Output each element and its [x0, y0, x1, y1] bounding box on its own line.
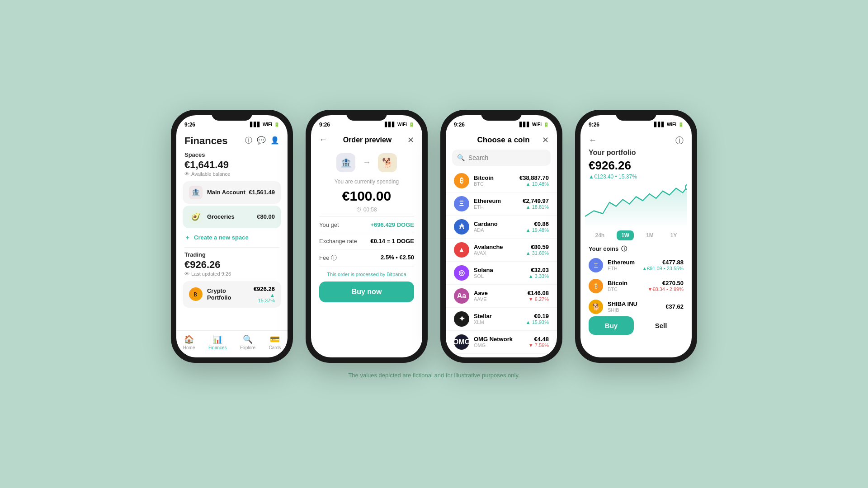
- phone-inner-1: 9:26 ▋▋▋ WiFi 🔋 Finances ⓘ 💬 👤 Space: [176, 115, 288, 357]
- tab-1y[interactable]: 1Y: [666, 230, 682, 240]
- crypto-portfolio-name: Crypto Portfolio: [207, 287, 252, 301]
- status-icons-2: ▋▋▋ WiFi 🔋: [385, 122, 414, 127]
- plus-icon: ＋: [184, 234, 190, 242]
- p1-header: Finances ⓘ 💬 👤: [176, 131, 288, 150]
- avax-icon: ▲: [454, 242, 469, 258]
- omg-icon: OMG: [454, 334, 469, 350]
- phone-notch-1: [212, 110, 252, 121]
- p4-eth-icon: Ξ: [589, 258, 603, 272]
- exchange-row: Exchange rate €0.14 = 1 DOGE: [311, 233, 422, 249]
- order-timer: ⏱ 00:58: [311, 206, 422, 216]
- grocery-name: Groceries: [207, 213, 235, 220]
- nav-explore[interactable]: 🔍 Explore: [240, 334, 255, 350]
- groceries-card[interactable]: 🥑 Groceries €80.00: [183, 206, 281, 228]
- tab-1w[interactable]: 1W: [617, 230, 634, 240]
- crypto-left: ₿ Crypto Portfolio: [189, 287, 252, 301]
- phone-inner-2: 9:26 ▋▋▋ WiFi 🔋 ← Order preview ✕ 🏦 → 🐕: [311, 115, 422, 357]
- buy-now-button[interactable]: Buy now: [319, 282, 414, 302]
- status-time-4: 9:26: [589, 122, 599, 128]
- signal-icon-2: ▋▋▋: [385, 122, 396, 127]
- p4-buy-button[interactable]: Buy: [589, 316, 634, 335]
- p4-time-tabs: 24h 1W 1M 1Y: [580, 228, 692, 243]
- chat-icon[interactable]: 💬: [257, 136, 266, 145]
- p1-title: Finances: [184, 135, 227, 147]
- aave-icon: Aa: [454, 288, 469, 304]
- available-balance: 👁 Available balance: [176, 171, 288, 179]
- last-updated: 👁 Last updated 9:26: [176, 271, 288, 279]
- status-time-1: 9:26: [184, 122, 195, 128]
- p4-info-icon[interactable]: ⓘ: [675, 135, 684, 146]
- coin-omg[interactable]: OMG OMG Network OMG €4.48 ▼ 7.56%: [446, 331, 557, 354]
- p2-back-btn[interactable]: ←: [319, 135, 327, 145]
- status-icons-3: ▋▋▋ WiFi 🔋: [519, 122, 549, 127]
- coin-avalanche[interactable]: ▲ Avalanche AVAX €80.59 ▲ 31.60%: [446, 239, 557, 262]
- nav-finances[interactable]: 📊 Finances: [208, 334, 227, 350]
- battery-icon-2: 🔋: [409, 122, 414, 127]
- p4-back-btn[interactable]: ←: [589, 136, 597, 145]
- trading-balance: €926.26: [176, 258, 288, 271]
- trading-label: Trading: [176, 249, 288, 258]
- create-space-btn[interactable]: ＋ Create a new space: [176, 230, 288, 245]
- phones-row: 9:26 ▋▋▋ WiFi 🔋 Finances ⓘ 💬 👤 Space: [171, 110, 697, 363]
- p1-header-icons: ⓘ 💬 👤: [245, 136, 279, 145]
- p3-close-btn[interactable]: ✕: [542, 135, 549, 145]
- p4-coin-btc[interactable]: ₿ Bitcoin BTC €270.50 ▼€8.34 • 2.99%: [580, 276, 692, 296]
- p2-header: ← Order preview ✕: [311, 131, 422, 149]
- from-coin-icon: 🏦: [336, 153, 355, 172]
- coin-litecoin[interactable]: Ł Litecoin LTC €111.34: [446, 354, 557, 357]
- main-account-card[interactable]: 🏦 Main Account €1,561.49: [183, 181, 281, 204]
- nav-cards[interactable]: 💳 Cards: [269, 334, 281, 350]
- battery-icon-4: 🔋: [678, 122, 684, 127]
- coin-stellar[interactable]: ✦ Stellar XLM €0.19 ▲ 15.93%: [446, 308, 557, 331]
- processed-by: This order is processed by Bitpanda: [311, 267, 422, 282]
- fee-info-icon: ⓘ: [331, 254, 337, 262]
- p4-coin-eth[interactable]: Ξ Ethereum ETH €477.88 ▲€91.09 • 23.55%: [580, 255, 692, 276]
- phone-choose-coin: 9:26 ▋▋▋ WiFi 🔋 Choose a coin ✕ 🔍: [440, 110, 562, 363]
- wifi-icon-4: WiFi: [667, 122, 676, 127]
- p4-portfolio-title: Your portfolio: [580, 148, 692, 158]
- footer-disclaimer: The values depicted are fictional and fo…: [348, 372, 519, 379]
- signal-icon-4: ▋▋▋: [654, 122, 665, 127]
- home-icon: 🏠: [184, 334, 194, 344]
- p2-close-btn[interactable]: ✕: [407, 135, 414, 145]
- profile-icon[interactable]: 👤: [270, 136, 279, 145]
- wifi-icon-1: WiFi: [263, 122, 272, 127]
- you-get-value: +696.429 DOGE: [371, 221, 414, 228]
- crypto-portfolio-card[interactable]: ₿ Crypto Portfolio €926.26 ▲ 15.37%: [183, 281, 281, 308]
- eye-icon-2: 👁: [184, 271, 189, 277]
- crypto-portfolio-change: ▲ 15.37%: [252, 292, 275, 303]
- p4-btc-icon: ₿: [589, 279, 603, 293]
- exchange-label: Exchange rate: [319, 238, 357, 244]
- tab-1m[interactable]: 1M: [642, 230, 658, 240]
- crypto-portfolio-value: €926.26: [252, 286, 275, 292]
- phone-notch-2: [346, 110, 387, 121]
- coin-cardano[interactable]: ₳ Cardano ADA €0.86 ▲ 19.48%: [446, 216, 557, 239]
- coin-search-input[interactable]: [452, 150, 551, 166]
- p4-shib-icon: 🐕: [589, 300, 603, 314]
- search-icon: 🔍: [457, 154, 465, 161]
- sol-icon: ◎: [454, 265, 469, 281]
- tab-24h[interactable]: 24h: [590, 230, 609, 240]
- p4-sell-button[interactable]: Sell: [638, 316, 684, 335]
- info-icon[interactable]: ⓘ: [245, 136, 252, 145]
- eye-icon: 👁: [184, 171, 189, 177]
- coin-aave[interactable]: Aa Aave AAVE €146.08 ▼ 6.27%: [446, 285, 557, 308]
- wifi-icon-2: WiFi: [397, 122, 407, 127]
- search-container: 🔍: [452, 150, 551, 166]
- chart-fill: [585, 187, 687, 228]
- coin-ethereum[interactable]: Ξ Ethereum ETH €2,749.97 ▲ 18.81%: [446, 192, 557, 216]
- status-icons-1: ▋▋▋ WiFi 🔋: [250, 122, 279, 127]
- your-coins-header: Your coins ⓘ: [580, 243, 692, 255]
- p4-coin-shib[interactable]: 🐕 SHIBA INU SHIB €37.62: [580, 296, 692, 317]
- phone-notch-4: [616, 110, 656, 121]
- battery-icon-1: 🔋: [274, 122, 279, 127]
- cards-icon: 💳: [270, 334, 280, 344]
- nav-home[interactable]: 🏠 Home: [183, 334, 195, 350]
- coin-solana[interactable]: ◎ Solana SOL €32.03 ▲ 3.33%: [446, 262, 557, 285]
- coin-bitcoin[interactable]: ₿ Bitcoin BTC €38,887.70 ▲ 10.48%: [446, 169, 557, 192]
- main-account-left: 🏦 Main Account: [189, 186, 245, 199]
- bitpanda-brand: Bitpanda: [387, 272, 406, 277]
- to-coin-icon: 🐕: [378, 153, 397, 172]
- chart-dot: [685, 185, 687, 189]
- p4-balance: €926.26: [580, 158, 692, 174]
